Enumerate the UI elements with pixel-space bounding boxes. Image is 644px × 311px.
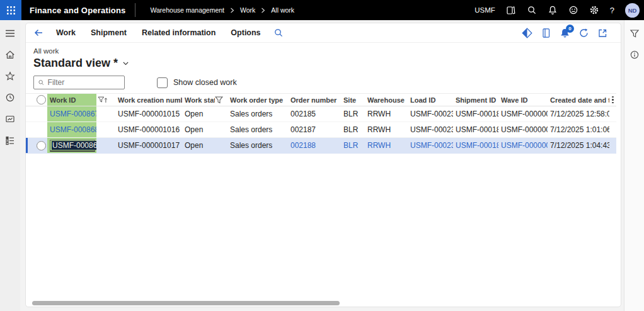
work-status-filter-cell	[215, 94, 227, 106]
breadcrumb: Warehouse management Work All work	[151, 6, 295, 14]
office-apps-icon[interactable]	[522, 28, 532, 38]
product-name[interactable]: Finance and Operations	[30, 6, 126, 15]
avatar[interactable]: ND	[625, 3, 640, 18]
feedback-smiley-icon[interactable]	[568, 5, 578, 15]
cell-site[interactable]: BLR	[341, 138, 365, 153]
action-pane: Work Shipment Related information Option…	[26, 23, 621, 43]
breadcrumb-item-page[interactable]: All work	[271, 6, 294, 14]
header-divider	[135, 3, 135, 17]
cell-site: BLR	[341, 106, 365, 122]
row-select-cell	[26, 106, 47, 122]
refresh-icon[interactable]	[578, 28, 589, 38]
filter-sort-ascending-icon[interactable]	[98, 96, 108, 104]
grid-header-row: Work ID Work creation number Work status…	[26, 93, 616, 106]
notifications-bell-icon[interactable]	[548, 5, 558, 15]
nav-home-button[interactable]	[3, 48, 17, 62]
cell-work-id[interactable]: USMF-000867	[47, 106, 96, 122]
cell-order-number[interactable]: 002188	[288, 138, 341, 153]
cell-wave-id[interactable]: USMF-000000363	[498, 138, 548, 153]
view-title: Standard view *	[33, 57, 118, 70]
filter-search-icon	[38, 79, 45, 86]
spacer-cell	[609, 138, 616, 153]
cell-order-number: 002185	[288, 106, 341, 122]
search-icon[interactable]	[527, 5, 537, 15]
cell-shipment-id: USMF-000180	[453, 106, 498, 122]
header-work-creation-number[interactable]: Work creation number	[115, 94, 182, 106]
vertical-ellipsis-icon	[612, 96, 614, 104]
view-selector[interactable]: Standard view *	[33, 57, 130, 70]
table-row: USMF-000867 USMF-000001015 Open Sales or…	[26, 106, 616, 122]
cell-order-number: 002187	[288, 122, 341, 137]
header-work-status[interactable]: Work status	[182, 94, 215, 106]
nav-modules-button[interactable]	[3, 133, 17, 147]
header-order-number[interactable]: Order number	[288, 94, 341, 106]
cell-warehouse[interactable]: RRWH	[365, 138, 408, 153]
tab-shipment[interactable]: Shipment	[83, 28, 134, 37]
home-icon	[5, 50, 15, 60]
table-row-selected: USMF-000869 USMF-000001017 Open Sales or…	[26, 138, 616, 154]
app-launcher-button[interactable]	[0, 0, 21, 20]
select-all-radio[interactable]	[37, 95, 46, 105]
header-warehouse[interactable]: Warehouse	[365, 94, 408, 106]
header-site[interactable]: Site	[341, 94, 365, 106]
waffle-icon	[7, 6, 15, 14]
spacer-cell	[96, 122, 115, 137]
hamburger-icon	[5, 30, 15, 37]
open-in-new-window-icon[interactable]	[597, 28, 608, 38]
environment-picker-icon[interactable]	[506, 5, 516, 15]
spacer-cell	[215, 106, 227, 122]
filter-funnel-icon[interactable]	[215, 96, 223, 104]
back-arrow-icon[interactable]	[33, 27, 44, 38]
spacer-cell	[96, 138, 115, 153]
spacer-cell	[609, 122, 616, 137]
spacer-cell	[215, 122, 227, 137]
horizontal-scrollbar[interactable]	[32, 301, 340, 305]
header-created-date[interactable]: Created date and time	[548, 94, 609, 106]
nav-favorites-button[interactable]	[3, 69, 17, 83]
show-closed-checkbox[interactable]	[157, 77, 168, 88]
nav-workspaces-button[interactable]	[3, 112, 17, 126]
company-picker[interactable]: USMF	[474, 6, 495, 14]
info-icon	[630, 50, 640, 60]
table-row: USMF-000868 USMF-000001016 Open Sales or…	[26, 122, 616, 138]
cell-work-id[interactable]: USMF-000868	[47, 122, 96, 137]
cell-work-status: Open	[182, 122, 215, 137]
messages-bell-button[interactable]: 0	[560, 28, 570, 38]
header-work-id[interactable]: Work ID	[47, 94, 96, 106]
cell-work-creation-number: USMF-000001016	[115, 122, 182, 137]
header-actions: USMF ? ND	[474, 3, 644, 18]
selected-row-accent	[26, 138, 28, 153]
cell-load-id[interactable]: USMF-000234	[408, 138, 453, 153]
row-select-radio[interactable]	[37, 141, 46, 150]
cell-work-id-editing[interactable]: USMF-000869	[47, 138, 96, 153]
expand-menu-button[interactable]	[3, 26, 17, 40]
header-wave-id[interactable]: Wave ID	[498, 94, 548, 106]
attachments-book-icon[interactable]	[541, 28, 551, 38]
work-id-edit-input[interactable]: USMF-000869	[50, 140, 95, 152]
action-search-icon[interactable]	[273, 28, 284, 38]
help-button[interactable]: ?	[610, 6, 614, 15]
filter-pane-button[interactable]	[629, 28, 640, 39]
nav-recent-button[interactable]	[3, 91, 17, 105]
star-icon	[5, 71, 15, 81]
breadcrumb-item-module[interactable]: Warehouse management	[151, 6, 225, 14]
filter-input[interactable]	[48, 78, 120, 87]
spacer-cell	[96, 106, 115, 122]
cell-work-order-type: Sales orders	[227, 106, 288, 122]
tab-related-information[interactable]: Related information	[134, 28, 223, 37]
cell-shipment-id[interactable]: USMF-000182	[453, 138, 498, 153]
grid-toolbar: Show closed work	[33, 76, 237, 89]
info-pane-button[interactable]	[629, 49, 640, 60]
breadcrumb-item-area[interactable]: Work	[240, 6, 255, 14]
quick-filter[interactable]	[33, 76, 125, 89]
header-load-id[interactable]: Load ID	[408, 94, 453, 106]
settings-gear-icon[interactable]	[589, 5, 599, 15]
right-tool-rail	[624, 20, 644, 311]
header-shipment-id[interactable]: Shipment ID	[453, 94, 498, 106]
top-header: Finance and Operations Warehouse managem…	[0, 0, 644, 20]
tab-work[interactable]: Work	[49, 28, 83, 37]
grid-more-options[interactable]	[609, 94, 616, 106]
cell-created-date: 7/12/2025 1:01:06 AM	[548, 122, 609, 137]
tab-options[interactable]: Options	[223, 28, 268, 37]
header-work-order-type[interactable]: Work order type	[227, 94, 288, 106]
